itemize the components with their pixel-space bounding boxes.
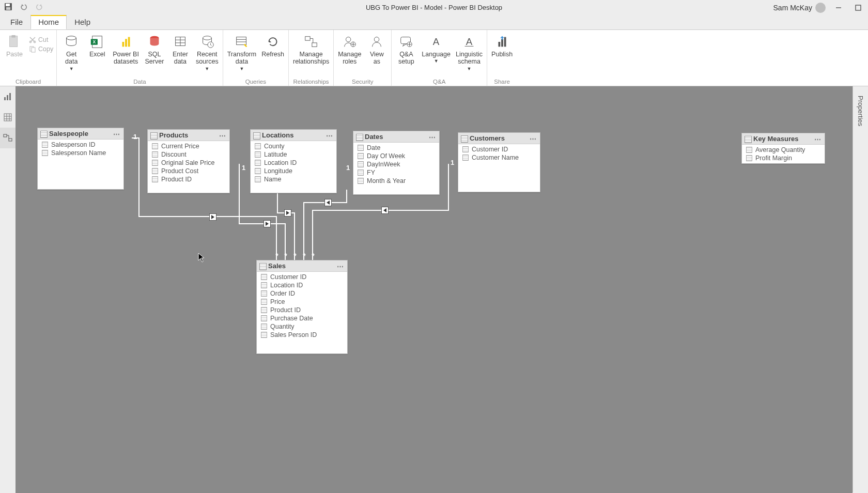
properties-label: Properties [857,96,864,126]
field-row[interactable]: Order ID [257,289,347,298]
table-products[interactable]: Products⋯ Current Price Discount Origina… [147,129,230,193]
language-button[interactable]: A Language ▼ [421,34,452,64]
field-row[interactable]: Salesperson Name [38,149,123,157]
field-row[interactable]: Average Quantity [742,146,825,154]
table-menu-icon[interactable]: ⋯ [326,132,333,140]
field-row[interactable]: Product ID [257,306,347,314]
svg-rect-10 [32,48,35,52]
svg-rect-40 [504,37,506,47]
svg-rect-43 [9,93,11,100]
manage-relationships-button[interactable]: Manage relationships [292,34,330,66]
paste-button[interactable]: Paste [3,34,26,58]
chevron-down-icon: ▼ [434,58,439,64]
redo-icon[interactable] [35,3,43,12]
field-row[interactable]: Day Of Week [353,152,439,160]
field-row[interactable]: County [251,142,336,150]
column-icon [152,160,158,166]
model-canvas[interactable]: 1 1 1 1 * * * * * Salespeople⋯ Salespers… [16,86,853,493]
recent-sources-button[interactable]: Recent sources ▼ [195,34,220,72]
transform-data-button[interactable]: Transform data ▼ [226,34,258,72]
tab-home[interactable]: Home [30,14,67,29]
cardinality-one: 1 [451,159,454,166]
table-menu-icon[interactable]: ⋯ [530,135,537,143]
ribbon-group-queries: Transform data ▼ Refresh Queries [223,30,289,86]
report-view-button[interactable] [0,86,16,107]
sql-server-button[interactable]: SQL Server [143,34,166,66]
data-view-button[interactable] [0,107,16,128]
table-menu-icon[interactable]: ⋯ [429,133,436,141]
user-badge[interactable]: Sam McKay [773,3,826,13]
get-data-icon [64,34,79,50]
table-sales[interactable]: Sales⋯ Customer ID Location ID Order ID … [256,260,348,354]
column-icon [255,176,261,182]
field-row[interactable]: FY [353,168,439,177]
field-row[interactable]: Location ID [251,159,336,167]
get-data-button[interactable]: Get data ▼ [60,34,83,72]
table-menu-icon[interactable]: ⋯ [219,132,226,140]
field-row[interactable]: Product Cost [148,167,229,175]
ribbon: Paste Cut Copy Clipboard Get data ▼ [0,29,868,86]
table-salespeople[interactable]: Salespeople⋯ Salesperson ID Salesperson … [37,128,124,190]
table-customers[interactable]: Customers⋯ Customer ID Customer Name [458,132,540,192]
column-icon [261,323,267,330]
ribbon-group-relationships: Manage relationships Relationships [289,30,334,86]
table-menu-icon[interactable]: ⋯ [337,263,344,270]
field-row[interactable]: Latitude [251,150,336,159]
copy-button[interactable]: Copy [29,45,53,53]
manage-roles-button[interactable]: Manage roles [337,34,362,66]
table-locations[interactable]: Locations⋯ County Latitude Location ID L… [250,129,337,193]
table-dates[interactable]: Dates⋯ Date Day Of Week DayInWeek FY Mon… [353,131,440,195]
svg-point-32 [375,37,379,42]
properties-pane-collapsed[interactable]: Properties [853,86,868,492]
field-row[interactable]: Name [251,175,336,183]
tab-file[interactable]: File [3,14,30,29]
field-row[interactable]: Original Sale Price [148,159,229,167]
user-name: Sam McKay [773,4,812,12]
field-row[interactable]: Profit Margin [742,154,825,162]
field-row[interactable]: Customer ID [257,273,347,281]
pbi-datasets-button[interactable]: Power BI datasets [112,34,140,66]
qa-setup-icon [398,34,414,50]
refresh-button[interactable]: Refresh [260,34,285,58]
table-menu-icon[interactable]: ⋯ [814,135,822,143]
excel-button[interactable]: X Excel [86,34,109,58]
field-row[interactable]: Longitude [251,167,336,175]
sql-server-icon [147,34,162,50]
field-row[interactable]: Price [257,298,347,306]
field-row[interactable]: Purchase Date [257,314,347,322]
field-row[interactable]: Product ID [148,175,229,183]
qa-setup-button[interactable]: Q&A setup [395,34,417,66]
field-row[interactable]: Date [353,144,439,152]
column-icon [261,332,267,338]
field-row[interactable]: Quantity [257,322,347,331]
field-row[interactable]: Month & Year [353,177,439,185]
field-row[interactable]: Location ID [257,281,347,289]
cut-button[interactable]: Cut [29,36,48,43]
view-as-button[interactable]: View as [365,34,388,66]
linguistic-schema-button[interactable]: A Linguistic schema ▼ [455,34,484,72]
undo-icon[interactable] [20,3,28,12]
svg-rect-16 [125,39,127,47]
table-menu-icon[interactable]: ⋯ [113,130,120,138]
field-row[interactable]: Current Price [148,142,229,150]
field-row[interactable]: Customer Name [458,153,540,162]
manage-relationships-icon [303,34,319,50]
model-view-button[interactable] [0,128,16,148]
save-icon[interactable] [4,3,12,12]
ribbon-group-security: Manage roles View as Security [334,30,392,86]
maximize-button[interactable] [851,3,865,13]
field-row[interactable]: DayInWeek [353,160,439,168]
field-row[interactable]: Sales Person ID [257,331,347,339]
tab-help[interactable]: Help [67,14,98,29]
field-row[interactable]: Customer ID [458,145,540,153]
table-title: Key Measures [753,135,798,143]
field-row[interactable]: Discount [148,150,229,159]
minimize-button[interactable] [832,3,845,13]
table-key-measures[interactable]: Key Measures⋯ Average Quantity Profit Ma… [741,133,825,164]
relationship-arrow-icon [284,209,291,217]
svg-rect-38 [498,42,500,47]
publish-button[interactable]: Publish [490,34,514,58]
view-as-icon [369,34,384,50]
enter-data-button[interactable]: Enter data [169,34,192,66]
field-row[interactable]: Salesperson ID [38,141,123,149]
